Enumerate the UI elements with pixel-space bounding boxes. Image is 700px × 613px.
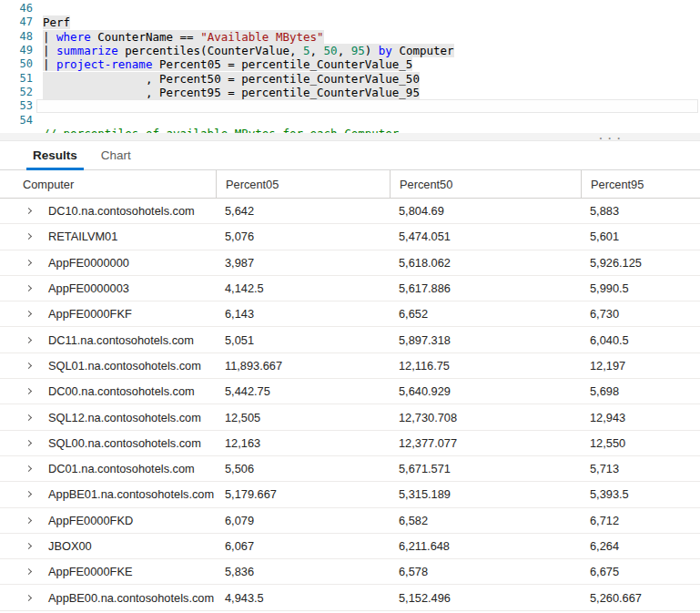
editor-scroll-strip[interactable]: ... [0, 133, 700, 140]
chevron-glyph [25, 208, 31, 214]
code-line[interactable]: 50| project-rename Percent05 = percentil… [0, 57, 700, 71]
table-row[interactable]: SQL00.na.contosohotels.com12,16312,377.0… [0, 431, 700, 456]
expand-chevron-icon[interactable] [20, 564, 36, 580]
percent50-value: 5,804.69 [390, 204, 581, 218]
chevron-glyph [25, 543, 31, 549]
percent05-value: 5,076 [216, 230, 390, 243]
computer-name: DC01.na.contosohotels.com [48, 462, 195, 475]
query-selection-highlight: , Percent95 = percentile_CounterValue_95 [43, 86, 420, 99]
expand-chevron-icon[interactable] [20, 486, 36, 503]
expand-chevron-icon[interactable] [20, 357, 36, 373]
percent95-value: 5,260.667 [581, 591, 700, 605]
percent95-value: 5,990.5 [581, 281, 700, 295]
chevron-glyph [25, 491, 31, 497]
code-line[interactable]: 48| where CounterName == "Available MByt… [0, 30, 700, 44]
code-token: Perf [43, 15, 70, 29]
table-row[interactable]: AppFE00000003,9875,618.0625,926.125 [0, 250, 700, 276]
column-header-computer[interactable]: Computer [0, 170, 216, 198]
computer-name: RETAILVM01 [48, 230, 117, 243]
query-editor[interactable]: 4647Perf48| where CounterName == "Availa… [0, 0, 700, 140]
table-row[interactable]: AppBE00.na.contosohotels.com4,943.55,152… [0, 585, 700, 610]
expand-chevron-icon[interactable] [20, 434, 36, 451]
computer-cell: SQL12.na.contosohotels.com [0, 409, 216, 425]
percent50-value: 6,578 [390, 565, 581, 578]
expand-chevron-icon[interactable] [20, 203, 36, 220]
chevron-glyph [25, 337, 31, 343]
expand-chevron-icon[interactable] [20, 538, 36, 555]
table-row[interactable]: DC00.na.contosohotels.com5,442.755,640.9… [0, 379, 700, 404]
percent05-value: 5,442.75 [216, 384, 390, 398]
code-token: 50 [324, 44, 338, 57]
table-row[interactable]: AppFE0000FKF6,1436,6526,730 [0, 301, 700, 327]
computer-cell: DC11.na.contosohotels.com [0, 332, 216, 348]
computer-cell: DC00.na.contosohotels.com [0, 383, 216, 400]
table-row[interactable]: AppFE0000FKE5,8366,5786,675 [0, 559, 700, 585]
table-row[interactable]: DC01.na.contosohotels.com5,5065,671.5715… [0, 456, 700, 482]
table-row[interactable]: RETAILVM015,0765,474.0515,601 [0, 224, 700, 250]
chevron-glyph [25, 440, 31, 446]
percent50-value: 6,582 [390, 514, 581, 527]
expand-chevron-icon[interactable] [20, 383, 36, 400]
percent95-value: 5,393.5 [581, 487, 700, 501]
percent95-value: 6,264 [581, 539, 700, 553]
code-line[interactable]: 51 , Percent50 = percentile_CounterValue… [0, 72, 700, 86]
chevron-glyph [25, 363, 31, 369]
query-selection-highlight: , Percent50 = percentile_CounterValue_50 [43, 72, 420, 86]
code-token: | [43, 30, 56, 44]
table-row[interactable]: AppFE0000FKD6,0796,5826,712 [0, 508, 700, 534]
expand-chevron-icon[interactable] [20, 409, 36, 425]
computer-name: DC11.na.contosohotels.com [48, 333, 194, 347]
line-number: 51 [0, 72, 33, 86]
expand-chevron-icon[interactable] [20, 281, 36, 297]
column-header-percent95[interactable]: Percent95 [581, 170, 700, 198]
line-number: 49 [0, 44, 33, 57]
column-header-percent05[interactable]: Percent05 [216, 170, 390, 198]
percent50-value: 5,618.062 [390, 256, 581, 270]
table-row[interactable]: JBOX006,0676,211.6486,264 [0, 534, 700, 559]
percent50-value: 12,377.077 [390, 436, 581, 450]
percent95-value: 6,712 [581, 514, 700, 527]
table-row[interactable]: AppFE00000034,142.55,617.8865,990.5 [0, 276, 700, 301]
computer-name: AppFE0000003 [48, 281, 129, 295]
expand-chevron-icon[interactable] [20, 461, 36, 477]
expand-chevron-icon[interactable] [20, 332, 36, 348]
expand-chevron-icon[interactable] [20, 512, 36, 528]
line-number: 48 [0, 30, 33, 44]
results-grid-header: Computer Percent05 Percent50 Percent95 [0, 170, 700, 199]
percent50-value: 5,640.929 [390, 384, 581, 398]
tab-results[interactable]: Results [26, 141, 84, 169]
table-row[interactable]: DC11.na.contosohotels.com5,0515,897.3186… [0, 327, 700, 352]
table-row[interactable]: SQL12.na.contosohotels.com12,50512,730.7… [0, 404, 700, 430]
percent05-value: 12,505 [216, 411, 390, 424]
computer-cell: JBOX00 [0, 538, 216, 555]
table-row[interactable]: AppBE01.na.contosohotels.com5,179.6675,3… [0, 482, 700, 507]
code-token: CounterName == [91, 30, 200, 44]
code-line[interactable]: 54 [0, 114, 700, 128]
code-lines-container: 4647Perf48| where CounterName == "Availa… [0, 0, 700, 128]
query-selection-highlight: | summarize percentiles(CounterValue, 5,… [43, 44, 454, 57]
expand-chevron-icon[interactable] [20, 306, 36, 322]
code-line[interactable]: 52 , Percent95 = percentile_CounterValue… [0, 86, 700, 99]
code-token: , [338, 44, 351, 57]
tab-chart[interactable]: Chart [95, 141, 137, 169]
percent95-value: 5,601 [581, 230, 700, 243]
percent50-value: 6,211.648 [390, 539, 581, 553]
expand-chevron-icon[interactable] [20, 589, 36, 606]
expand-chevron-icon[interactable] [20, 254, 36, 271]
tab-results-label: Results [33, 148, 77, 162]
table-row[interactable]: DC10.na.contosohotels.com5,6425,804.695,… [0, 199, 700, 224]
log-analytics-query-view: 4647Perf48| where CounterName == "Availa… [0, 0, 700, 611]
table-row[interactable]: SQL01.na.contosohotels.com11,893.66712,1… [0, 353, 700, 379]
column-header-percent50[interactable]: Percent50 [390, 170, 581, 198]
computer-cell: SQL01.na.contosohotels.com [0, 357, 216, 373]
tab-chart-label: Chart [101, 148, 131, 162]
code-token: 95 [351, 44, 365, 57]
percent95-value: 5,698 [581, 384, 700, 398]
chevron-glyph [25, 568, 31, 575]
expand-chevron-icon[interactable] [20, 229, 36, 245]
percent05-value: 11,893.667 [216, 359, 390, 373]
code-line[interactable]: 53 [0, 99, 700, 113]
code-line[interactable]: 46 [0, 2, 700, 15]
code-line[interactable]: 47Perf [0, 15, 700, 29]
code-line[interactable]: 49| summarize percentiles(CounterValue, … [0, 44, 700, 57]
